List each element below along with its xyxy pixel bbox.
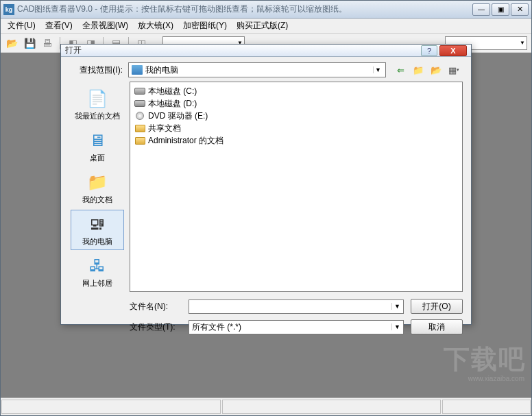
list-item[interactable]: Administrator 的文档 (133, 134, 459, 147)
list-item[interactable]: 本地磁盘 (C:) (133, 85, 459, 97)
dialog-title: 打开 (65, 45, 421, 56)
chevron-down-icon: ▼ (391, 323, 400, 330)
open-icon[interactable]: 📂 (5, 36, 19, 50)
place-mydocs[interactable]: 📁 我的文档 (71, 168, 124, 208)
list-item[interactable]: DVD 驱动器 (E:) (133, 110, 459, 122)
network-icon: 🖧 (86, 255, 108, 277)
filetype-label: 文件类型(T): (130, 321, 182, 333)
dialog-titlebar: 打开 ? X (61, 45, 471, 57)
window-title: CAD图纸查看器V9.0 - 使用提示：按住鼠标右键可拖动图纸查看；鼠标滚轮可以… (17, 3, 472, 15)
filename-label: 文件名(N): (130, 301, 182, 313)
folder-icon (134, 123, 145, 133)
drive-icon (134, 99, 145, 108)
filename-input[interactable]: ▼ (189, 299, 404, 314)
chevron-down-icon: ▼ (391, 303, 400, 310)
cancel-button[interactable]: 取消 (411, 319, 463, 334)
desktop-icon: 🖥 (86, 130, 108, 151)
open-button[interactable]: 打开(O) (411, 299, 463, 314)
status-cell (222, 400, 442, 414)
status-cell (442, 400, 531, 414)
lookin-dropdown[interactable]: 我的电脑 ▼ (128, 62, 386, 77)
new-folder-icon[interactable]: 📂 (430, 64, 442, 76)
watermark: 下载吧 (444, 342, 526, 377)
recent-icon: 📄 (86, 88, 108, 110)
file-list[interactable]: 本地磁盘 (C:) 本地磁盘 (D:) DVD 驱动器 (E:) 共享文档 Ad… (130, 82, 463, 292)
print-icon[interactable]: 🖶 (40, 36, 54, 50)
place-mycomputer[interactable]: 🖳 我的电脑 (71, 210, 124, 250)
place-network[interactable]: 🖧 网上邻居 (71, 252, 124, 292)
minimize-button[interactable]: — (472, 3, 490, 16)
menubar: 文件(U) 查看(V) 全景视图(W) 放大镜(X) 加密图纸(Y) 购买正式版… (1, 19, 531, 34)
list-item[interactable]: 本地磁盘 (D:) (133, 97, 459, 110)
list-item[interactable]: 共享文档 (133, 122, 459, 134)
menu-view[interactable]: 查看(V) (41, 19, 77, 33)
watermark-url: www.xiazaiba.com (468, 375, 524, 382)
close-button[interactable]: ✕ (511, 3, 529, 16)
menu-buy[interactable]: 购买正式版(Z) (232, 19, 292, 33)
open-dialog: 打开 ? X 查找范围(I): 我的电脑 ▼ ⇐ 📁 📂 ▦▾ 📄 我最近的文档 (60, 44, 472, 325)
dvd-icon (134, 111, 145, 121)
computer-icon (132, 65, 143, 75)
places-bar: 📄 我最近的文档 🖥 桌面 📁 我的文档 🖳 我的电脑 🖧 网上邻 (69, 82, 125, 292)
maximize-button[interactable]: ▣ (492, 3, 509, 16)
help-button[interactable]: ? (421, 45, 437, 56)
menu-magnifier[interactable]: 放大镜(X) (134, 19, 178, 33)
place-recent[interactable]: 📄 我最近的文档 (71, 84, 124, 125)
mycomputer-icon: 🖳 (86, 213, 108, 235)
save-icon[interactable]: 💾 (23, 36, 36, 50)
filetype-dropdown[interactable]: 所有文件 (*.*) ▼ (189, 320, 404, 334)
lookin-label: 查找范围(I): (69, 64, 123, 76)
dialog-close-button[interactable]: X (439, 45, 467, 56)
menu-file[interactable]: 文件(U) (3, 19, 40, 33)
menu-panorama[interactable]: 全景视图(W) (78, 19, 132, 33)
drive-icon (134, 86, 145, 96)
folder-icon (134, 136, 145, 145)
views-icon[interactable]: ▦▾ (448, 64, 460, 76)
lookin-value: 我的电脑 (145, 64, 373, 76)
statusbar (1, 397, 531, 415)
status-cell (1, 400, 221, 414)
up-icon[interactable]: 📁 (412, 64, 424, 76)
back-icon[interactable]: ⇐ (394, 64, 407, 76)
menu-encrypt[interactable]: 加密图纸(Y) (179, 19, 231, 33)
app-icon: kg (3, 4, 14, 15)
main-titlebar: kg CAD图纸查看器V9.0 - 使用提示：按住鼠标右键可拖动图纸查看；鼠标滚… (1, 1, 531, 19)
mydocs-icon: 📁 (86, 171, 108, 193)
chevron-down-icon: ▼ (373, 66, 383, 73)
place-desktop[interactable]: 🖥 桌面 (71, 126, 124, 167)
